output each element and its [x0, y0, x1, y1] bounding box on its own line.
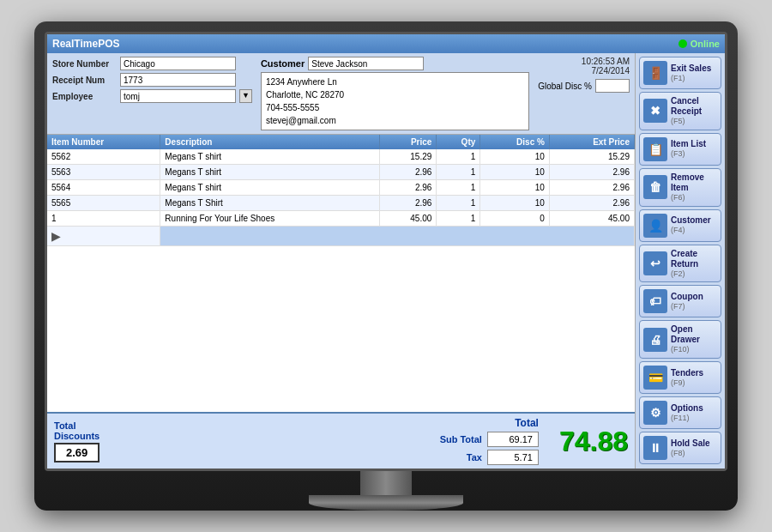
sidebar-btn-create-return[interactable]: ↩ Create Return (F2)	[639, 245, 721, 283]
header-right: 10:26:53 AM 7/24/2014 Global Disc %	[538, 57, 630, 93]
btn-shortcut: (F9)	[671, 378, 703, 388]
cell-disc: 10	[480, 149, 550, 165]
receipt-num-input[interactable]	[120, 73, 236, 87]
btn-label: Create Return	[671, 249, 717, 269]
time-value: 10:26:53 AM	[582, 57, 630, 66]
cell-description: Running For Your Life Shoes	[160, 211, 380, 227]
sidebar-btn-options[interactable]: ⚙ Options (F11)	[639, 396, 721, 429]
employee-input[interactable]	[120, 89, 236, 103]
table-row[interactable]: 1 Running For Your Life Shoes 45.00 1 0 …	[47, 211, 635, 227]
store-number-label: Store Number	[52, 59, 117, 69]
left-area: Store Number Receipt Num Employee ▼	[47, 53, 635, 469]
sidebar-btn-item-list[interactable]: 📋 Item List (F3)	[639, 133, 721, 166]
btn-shortcut: (F7)	[671, 302, 703, 311]
btn-label: Cancel Receipt	[671, 96, 717, 117]
table-row[interactable]: 5563 Megans T shirt 2.96 1 10 2.96	[47, 165, 635, 180]
cell-disc: 0	[480, 211, 550, 227]
btn-shortcut: (F6)	[671, 193, 717, 203]
cell-description: Megans T shirt	[160, 180, 380, 196]
btn-shortcut: (F8)	[671, 449, 710, 458]
cell-item-number: 5565	[47, 196, 160, 211]
btn-shortcut: (F4)	[671, 226, 711, 235]
cell-price: 2.96	[380, 165, 437, 180]
cell-disc: 10	[480, 180, 550, 196]
table-header-row: Item Number Description Price Qty Disc %…	[47, 135, 635, 149]
btn-icon: 🏷	[643, 289, 667, 313]
btn-icon: 💳	[643, 366, 667, 390]
main-content: Store Number Receipt Num Employee ▼	[47, 53, 725, 469]
new-row-input-cell[interactable]	[160, 227, 635, 246]
status-area: Online	[679, 39, 720, 49]
sidebar-btn-cancel-receipt[interactable]: ✖ Cancel Receipt (F5)	[639, 92, 721, 130]
btn-label: Options	[671, 403, 703, 414]
monitor-stand-base	[309, 495, 463, 511]
new-item-row[interactable]: ▶	[47, 227, 635, 246]
customer-address1: 1234 Anywhere Ln	[266, 76, 524, 88]
subtotal-label: Sub Total	[440, 434, 482, 444]
btn-icon: 🚪	[643, 61, 667, 85]
col-disc: Disc %	[480, 135, 550, 149]
total-header: Total	[515, 417, 539, 429]
cell-price: 2.96	[380, 196, 437, 211]
btn-icon: 🖨	[643, 328, 667, 352]
customer-name-input[interactable]	[308, 57, 424, 70]
sidebar-btn-exit-sales[interactable]: 🚪 Exit Sales (F1)	[639, 57, 721, 89]
global-disc-row: Global Disc %	[538, 79, 630, 93]
btn-shortcut: (F2)	[671, 269, 717, 279]
sidebar-btn-coupon[interactable]: 🏷 Coupon (F7)	[639, 285, 721, 317]
status-label: Online	[691, 39, 720, 49]
subtotal-row: Sub Total 69.17	[440, 432, 539, 447]
table-row[interactable]: 5565 Megans T Shirt 2.96 1 10 2.96	[47, 196, 635, 211]
monitor-screen: RealTimePOS Online Store Number	[45, 32, 727, 471]
btn-label: Exit Sales	[671, 63, 711, 74]
tax-value: 5.71	[487, 450, 539, 465]
cell-qty: 1	[437, 211, 480, 227]
customer-address-box: 1234 Anywhere Ln Charlotte, NC 28270 704…	[261, 72, 529, 130]
employee-dropdown[interactable]: ▼	[239, 89, 252, 103]
btn-label: Hold Sale	[671, 438, 710, 449]
items-table-area: Item Number Description Price Qty Disc %…	[47, 135, 635, 412]
table-row[interactable]: 5562 Megans T shirt 15.29 1 10 15.29	[47, 149, 635, 165]
footer-section: TotalDiscounts 2.69 Total Sub Total 69.1…	[47, 412, 635, 469]
btn-shortcut: (F5)	[671, 117, 717, 126]
date-value: 7/24/2014	[582, 66, 630, 76]
subtotal-value: 69.17	[487, 432, 539, 447]
btn-label: Tenders	[671, 368, 703, 378]
title-bar: RealTimePOS Online	[47, 34, 725, 53]
sidebar-btn-customer[interactable]: 👤 Customer (F4)	[639, 209, 721, 242]
discount-value: 2.69	[54, 443, 100, 462]
sidebar-btn-remove-item[interactable]: 🗑 Remove Item (F6)	[639, 168, 721, 207]
sidebar-btn-hold-sale[interactable]: ⏸ Hold Sale (F8)	[639, 432, 721, 464]
customer-label: Customer	[261, 58, 305, 69]
customer-name-row: Customer	[261, 57, 529, 70]
btn-icon: 🗑	[643, 175, 667, 199]
sidebar: 🚪 Exit Sales (F1) ✖ Cancel Receipt (F5) …	[635, 53, 725, 469]
cell-item-number: 1	[47, 211, 160, 227]
btn-shortcut: (F11)	[671, 414, 703, 423]
store-number-row: Store Number	[52, 57, 252, 70]
cell-description: Megans T shirt	[160, 165, 380, 180]
cell-price: 2.96	[380, 180, 437, 196]
btn-label: Open Drawer	[671, 324, 717, 345]
sidebar-btn-open-drawer[interactable]: 🖨 Open Drawer (F10)	[639, 320, 721, 359]
table-row[interactable]: 5564 Megans T shirt 2.96 1 10 2.96	[47, 180, 635, 196]
global-disc-label: Global Disc %	[538, 82, 592, 91]
monitor: RealTimePOS Online Store Number	[34, 21, 738, 511]
employee-label: Employee	[52, 92, 117, 101]
receipt-num-label: Receipt Num	[52, 76, 117, 85]
cell-qty: 1	[437, 165, 480, 180]
cell-ext-price: 2.96	[549, 165, 634, 180]
monitor-stand-neck	[360, 471, 412, 495]
total-discounts-area: TotalDiscounts 2.69	[54, 420, 100, 462]
cell-ext-price: 2.96	[549, 196, 634, 211]
sidebar-btn-tenders[interactable]: 💳 Tenders (F9)	[639, 361, 721, 394]
store-number-input[interactable]	[120, 57, 236, 70]
header-section: Store Number Receipt Num Employee ▼	[47, 53, 635, 135]
cell-qty: 1	[437, 149, 480, 165]
cell-qty: 1	[437, 180, 480, 196]
btn-icon: ✖	[643, 99, 667, 123]
cell-description: Megans T shirt	[160, 149, 380, 165]
global-disc-input[interactable]	[595, 79, 630, 93]
cell-disc: 10	[480, 196, 550, 211]
total-discounts-label: TotalDiscounts	[54, 420, 100, 441]
